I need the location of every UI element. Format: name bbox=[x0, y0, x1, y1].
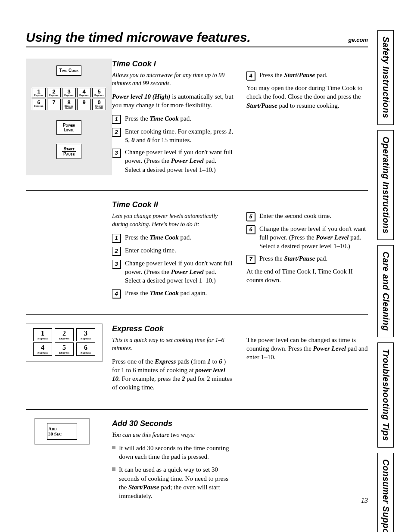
step-number-icon: 3 bbox=[112, 149, 121, 157]
tc1-step-4: 4 Press the Start/Pause pad. bbox=[246, 71, 368, 80]
keypad-2: 2Express bbox=[47, 88, 61, 97]
express-1: 1Express bbox=[33, 328, 52, 342]
time-cook-1-lede: Allows you to microwave for any time up … bbox=[112, 72, 234, 88]
tc2-step-2: 2 Enter cooking time. bbox=[112, 246, 234, 255]
step-number-icon: 2 bbox=[112, 128, 121, 137]
express-6: 6Express bbox=[76, 342, 95, 356]
tc2-step-3: 3 Change power level if you don't want f… bbox=[112, 259, 234, 285]
tc2-step-7: 7 Press the Start/Pause pad. bbox=[246, 254, 368, 264]
keypad-4: 4Express bbox=[77, 88, 91, 97]
express-2: 2Express bbox=[55, 328, 74, 342]
tc1-step-3: 3 Change power level if you don't want f… bbox=[112, 148, 234, 174]
express-cook-lede: This is a quick way to set cooking time … bbox=[112, 336, 234, 353]
step-number-icon: 7 bbox=[246, 255, 255, 264]
start-pause-button: Start Pause bbox=[56, 144, 81, 159]
keypad-8: 8Display On/Off bbox=[62, 99, 76, 110]
add-30-sec-button: Add30 Sec bbox=[47, 423, 77, 440]
side-tab-nav: Safety Instructions Operating Instructio… bbox=[377, 30, 394, 532]
tc2-step-6: 6 Change the power level if you don't wa… bbox=[246, 224, 368, 251]
add-30-illustration: Add30 Sec bbox=[34, 418, 90, 445]
bullet-icon bbox=[112, 467, 115, 471]
time-cook-1-heading: Time Cook I bbox=[112, 59, 234, 69]
keypad-5: 5Express bbox=[92, 88, 106, 97]
express-4: 4Express bbox=[33, 342, 52, 356]
express-5: 5Express bbox=[55, 342, 74, 356]
express-cook-power-note: The power level can be changed as time i… bbox=[246, 336, 368, 362]
time-cook-2-heading: Time Cook II bbox=[112, 199, 234, 210]
add-30-heading: Add 30 Seconds bbox=[112, 418, 234, 429]
express-keypad-illustration: 1Express 2Express 3Express 4Express 5Exp… bbox=[26, 324, 103, 362]
express-3: 3Express bbox=[76, 328, 95, 342]
step-number-icon: 6 bbox=[246, 225, 255, 234]
control-panel-illustration: Time Cook 1Express 2Express 3Express 4Ex… bbox=[26, 59, 112, 175]
add-30-bullet-2: It can be used as a quick way to set 30 … bbox=[112, 465, 234, 500]
keypad-7: 7 bbox=[47, 99, 61, 110]
step-number-icon: 3 bbox=[112, 260, 121, 268]
tc2-note: At the end of Time Cook I, Time Cook II … bbox=[246, 267, 368, 285]
tc1-note: You may open the door during Time Cook t… bbox=[246, 84, 368, 110]
keypad-9: 9 bbox=[77, 99, 91, 110]
time-cook-2-lede: Lets you change power levels automatical… bbox=[112, 212, 234, 229]
tc1-step-2: 2 Enter cooking time. For example, press… bbox=[112, 127, 234, 145]
add-30-lede: You can use this feature two ways: bbox=[112, 431, 234, 439]
tc1-step-1: 1 Press the Time Cook pad. bbox=[112, 114, 234, 124]
express-cook-instructions: Press one of the Express pads (from 1 to… bbox=[112, 357, 234, 392]
step-number-icon: 2 bbox=[112, 247, 121, 255]
tab-operating-instructions[interactable]: Operating Instructions bbox=[377, 130, 394, 240]
step-number-icon: 4 bbox=[112, 289, 121, 298]
tab-troubleshooting-tips[interactable]: Troubleshooting Tips bbox=[377, 342, 394, 448]
tab-safety-instructions[interactable]: Safety Instructions bbox=[377, 30, 394, 125]
step-number-icon: 1 bbox=[112, 234, 121, 243]
tc2-step-1: 1 Press the Time Cook pad. bbox=[112, 233, 234, 243]
tab-care-and-cleaning[interactable]: Care and Cleaning bbox=[377, 245, 394, 337]
keypad-3: 3Express bbox=[62, 88, 76, 97]
time-cook-button: Time Cook bbox=[56, 65, 81, 76]
express-cook-heading: Express Cook bbox=[112, 324, 234, 334]
power-level-intro: Power level 10 (High) is automatically s… bbox=[112, 92, 234, 110]
tc2-step-4: 4 Press the Time Cook pad again. bbox=[112, 289, 234, 298]
bullet-icon bbox=[112, 446, 115, 449]
site-url: ge.com bbox=[348, 37, 368, 43]
tc2-step-5: 5 Enter the second cook time. bbox=[246, 212, 368, 221]
keypad-0: 0Display On/Off bbox=[92, 99, 106, 110]
page-title: Using the timed microwave features. bbox=[26, 30, 251, 45]
step-number-icon: 1 bbox=[112, 115, 121, 124]
add-30-bullet-1: It will add 30 seconds to the time count… bbox=[112, 444, 234, 461]
step-number-icon: 4 bbox=[246, 72, 255, 80]
keypad-1: 1Express bbox=[32, 88, 46, 97]
page-number: 13 bbox=[361, 497, 368, 504]
step-number-icon: 5 bbox=[246, 212, 255, 221]
keypad-6: 6Express bbox=[32, 99, 46, 110]
tab-consumer-support[interactable]: Consumer Support bbox=[377, 453, 394, 532]
power-level-button: Power Level bbox=[56, 120, 81, 135]
